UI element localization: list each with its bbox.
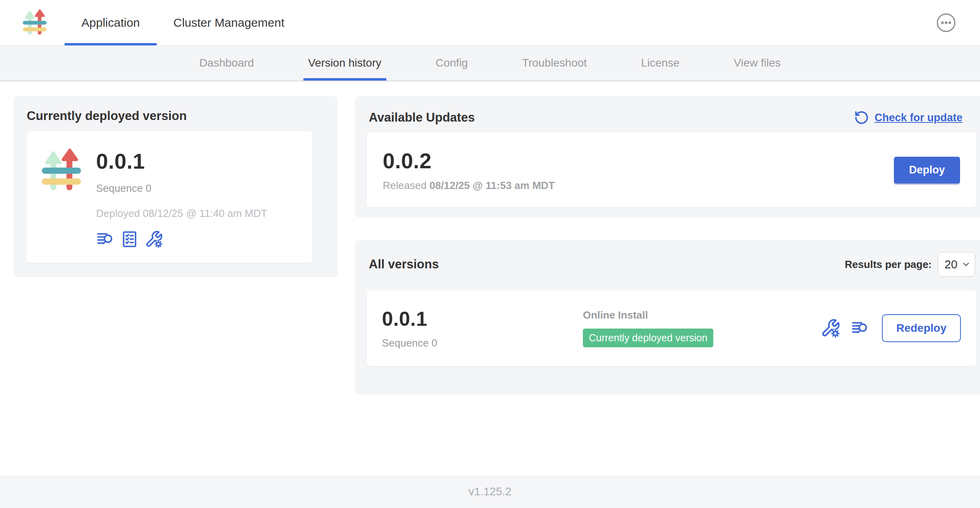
console-version: v1.125.2 bbox=[468, 485, 511, 498]
results-per-page-value: 20 bbox=[945, 258, 957, 271]
tab-cluster-management[interactable]: Cluster Management bbox=[157, 0, 301, 45]
subnav-config[interactable]: Config bbox=[436, 45, 468, 81]
version-row: 0.0.1 Sequence 0 Online Install Currentl… bbox=[367, 290, 976, 366]
subnav-troubleshoot[interactable]: Troubleshoot bbox=[522, 45, 586, 81]
deployed-version-actions bbox=[96, 230, 267, 248]
tab-cluster-management-label: Cluster Management bbox=[173, 16, 284, 30]
available-updates-header: Available Updates Check for update bbox=[369, 110, 962, 125]
view-logs-button[interactable] bbox=[96, 230, 114, 248]
all-versions-header: All versions Results per page: 20 bbox=[369, 252, 975, 277]
results-per-page-label: Results per page: bbox=[845, 258, 932, 271]
released-date: 08/12/25 @ 11:53 am MDT bbox=[429, 179, 555, 191]
check-for-update-label: Check for update bbox=[874, 112, 962, 124]
kots-admin-console: Application Cluster Management Dashboard… bbox=[0, 0, 980, 508]
released-prefix: Released bbox=[383, 179, 429, 191]
deployed-version-panel: 0.0.1 Sequence 0 Deployed 08/12/25 @ 11:… bbox=[27, 131, 312, 263]
results-per-page-select[interactable]: 20 bbox=[938, 252, 975, 277]
deployed-sequence: Sequence 0 bbox=[96, 182, 267, 195]
subnav-license[interactable]: License bbox=[641, 45, 680, 81]
version-row-status: Online Install Currently deployed versio… bbox=[583, 309, 713, 347]
preflight-checks-button[interactable] bbox=[120, 230, 139, 248]
logs-icon bbox=[851, 319, 869, 337]
subnav-view-files[interactable]: View files bbox=[734, 45, 781, 81]
row-version-number: 0.0.1 bbox=[382, 307, 437, 331]
row-view-logs-button[interactable] bbox=[851, 319, 869, 337]
check-for-update-link[interactable]: Check for update bbox=[854, 110, 962, 125]
redeploy-button[interactable]: Redeploy bbox=[882, 314, 961, 342]
app-subnav: Dashboard Version history Config Trouble… bbox=[0, 45, 980, 81]
ellipsis-circle-icon bbox=[936, 13, 956, 33]
config-wrench-icon bbox=[821, 318, 840, 338]
available-updates-card: Available Updates Check for update 0.0.2… bbox=[355, 96, 980, 217]
subnav-config-label: Config bbox=[436, 57, 468, 69]
row-edit-config-button[interactable] bbox=[821, 318, 840, 338]
version-history-page: Currently deployed version 0.0.1 Sequenc… bbox=[0, 81, 980, 475]
subnav-dashboard[interactable]: Dashboard bbox=[199, 45, 254, 81]
top-navigation-bar: Application Cluster Management bbox=[0, 0, 980, 45]
available-updates-title: Available Updates bbox=[369, 110, 475, 125]
tab-application[interactable]: Application bbox=[65, 0, 157, 45]
all-versions-title: All versions bbox=[369, 257, 439, 272]
version-row-actions: Redeploy bbox=[821, 314, 961, 342]
results-per-page: Results per page: 20 bbox=[845, 252, 975, 277]
deployed-version-info: 0.0.1 Sequence 0 Deployed 08/12/25 @ 11:… bbox=[96, 146, 267, 263]
subnav-version-history-label: Version history bbox=[308, 57, 382, 69]
status-badge: Currently deployed version bbox=[583, 329, 713, 347]
chevron-down-icon bbox=[961, 260, 971, 269]
install-type: Online Install bbox=[583, 309, 713, 321]
subnav-license-label: License bbox=[641, 57, 680, 69]
deployed-version-number: 0.0.1 bbox=[96, 149, 267, 173]
version-row-info: 0.0.1 Sequence 0 bbox=[382, 307, 437, 349]
deployed-card-title: Currently deployed version bbox=[27, 109, 187, 123]
update-info: 0.0.2 Released 08/12/25 @ 11:53 am MDT bbox=[383, 148, 555, 192]
update-released-timestamp: Released 08/12/25 @ 11:53 am MDT bbox=[383, 179, 555, 192]
all-versions-card: All versions Results per page: 20 0.0.1 … bbox=[355, 240, 980, 394]
update-row: 0.0.2 Released 08/12/25 @ 11:53 am MDT D… bbox=[367, 132, 976, 207]
row-sequence: Sequence 0 bbox=[382, 337, 437, 349]
app-logo bbox=[22, 0, 47, 45]
tab-application-label: Application bbox=[81, 16, 140, 30]
update-version-number: 0.0.2 bbox=[383, 148, 555, 173]
more-menu-button[interactable] bbox=[936, 13, 956, 33]
config-wrench-icon bbox=[145, 230, 163, 248]
currently-deployed-card: Currently deployed version 0.0.1 Sequenc… bbox=[14, 96, 338, 277]
subnav-dashboard-label: Dashboard bbox=[199, 57, 254, 69]
subnav-view-files-label: View files bbox=[734, 57, 781, 69]
edit-config-button[interactable] bbox=[145, 230, 163, 248]
deploy-button[interactable]: Deploy bbox=[894, 157, 960, 183]
subnav-troubleshoot-label: Troubleshoot bbox=[522, 57, 586, 69]
app-logo-icon bbox=[41, 148, 82, 193]
arrows-hash-logo-icon bbox=[22, 9, 47, 37]
logs-icon bbox=[96, 230, 114, 248]
console-footer: v1.125.2 bbox=[0, 475, 980, 508]
deployed-timestamp: Deployed 08/12/25 @ 11:40 am MDT bbox=[96, 207, 267, 220]
subnav-version-history[interactable]: Version history bbox=[308, 45, 382, 81]
preflight-checks-icon bbox=[120, 230, 139, 248]
refresh-ccw-icon bbox=[854, 110, 869, 125]
